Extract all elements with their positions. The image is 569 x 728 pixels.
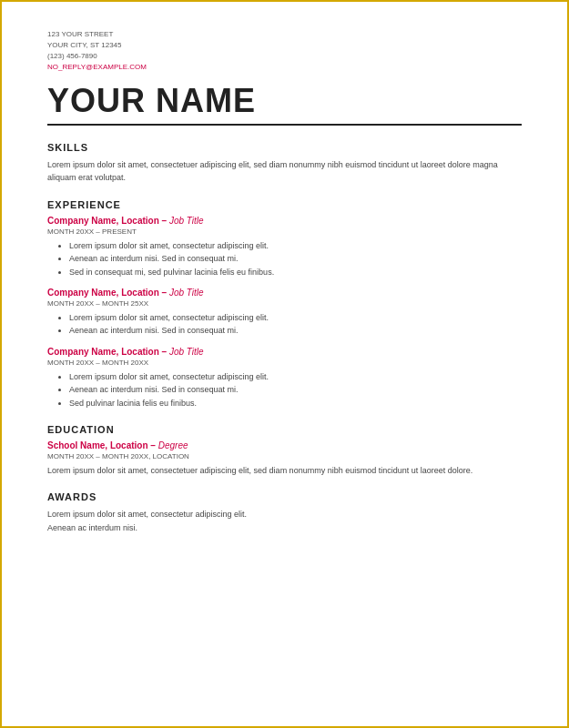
- company-2: Company Name, Location – Job Title: [47, 288, 522, 298]
- bullet-3-1: Lorem ipsum dolor sit amet, consectetur …: [69, 370, 522, 383]
- company-3: Company Name, Location – Job Title: [47, 347, 522, 357]
- job-title-2: Job Title: [169, 288, 204, 298]
- contact-phone: (123) 456-7890: [47, 51, 522, 62]
- job-dates-3: MONTH 20XX – MONTH 20XX: [47, 359, 522, 367]
- school-entry: School Name, Location – Degree: [47, 440, 522, 450]
- job-entry-2: Company Name, Location – Job Title MONTH…: [47, 288, 522, 338]
- edu-body: Lorem ipsum dolor sit amet, consectetuer…: [47, 464, 522, 477]
- awards-line1: Lorem ipsum dolor sit amet, consectetur …: [47, 508, 522, 521]
- job-title-1: Job Title: [169, 216, 204, 226]
- education-section: EDUCATION School Name, Location – Degree…: [47, 424, 522, 477]
- skills-body: Lorem ipsum dolor sit amet, consectetuer…: [47, 158, 522, 185]
- contact-email: NO_REPLY@EXAMPLE.COM: [47, 62, 522, 73]
- experience-section: EXPERIENCE Company Name, Location – Job …: [47, 199, 522, 410]
- bullet-2-1: Lorem ipsum dolor sit amet, consectetur …: [69, 311, 522, 324]
- job-dates-1: MONTH 20XX – PRESENT: [47, 228, 522, 236]
- awards-line2: Aenean ac interdum nisi.: [47, 521, 522, 534]
- name-divider: [47, 124, 522, 126]
- job-bullets-2: Lorem ipsum dolor sit amet, consectetur …: [69, 311, 522, 338]
- bullet-1-2: Aenean ac interdum nisi. Sed in consequa…: [69, 252, 522, 265]
- job-bullets-3: Lorem ipsum dolor sit amet, consectetur …: [69, 370, 522, 410]
- bullet-3-2: Aenean ac interdum nisi. Sed in consequa…: [69, 383, 522, 396]
- bullet-2-2: Aenean ac interdum nisi. Sed in consequa…: [69, 324, 522, 337]
- job-title-3: Job Title: [169, 347, 204, 357]
- education-title: EDUCATION: [47, 424, 522, 435]
- contact-info: 123 YOUR STREET YOUR CITY, ST 12345 (123…: [47, 29, 522, 73]
- bullet-1-3: Sed in consequat mi, sed pulvinar lacini…: [69, 266, 522, 278]
- skills-title: SKILLS: [47, 142, 522, 153]
- edu-dash: –: [148, 440, 158, 450]
- experience-title: EXPERIENCE: [47, 199, 522, 210]
- awards-title: AWARDS: [47, 491, 522, 502]
- company-name-3: Company Name, Location: [47, 347, 159, 357]
- resume-name: YOUR NAME: [47, 82, 522, 120]
- job-dates-2: MONTH 20XX – MONTH 25XX: [47, 299, 522, 308]
- resume-page: 123 YOUR STREET YOUR CITY, ST 12345 (123…: [0, 0, 569, 728]
- degree: Degree: [158, 440, 188, 450]
- company-1: Company Name, Location – Job Title: [47, 216, 522, 226]
- bullet-1-1: Lorem ipsum dolor sit amet, consectetur …: [69, 239, 522, 252]
- awards-section: AWARDS Lorem ipsum dolor sit amet, conse…: [47, 491, 522, 534]
- job-entry-3: Company Name, Location – Job Title MONTH…: [47, 347, 522, 410]
- skills-section: SKILLS Lorem ipsum dolor sit amet, conse…: [47, 142, 522, 185]
- bullet-3-3: Sed pulvinar lacinia felis eu finibus.: [69, 397, 522, 410]
- job-bullets-1: Lorem ipsum dolor sit amet, consectetur …: [69, 239, 522, 278]
- edu-dates: MONTH 20XX – MONTH 20XX, LOCATION: [47, 452, 522, 460]
- company-name-1: Company Name, Location: [47, 216, 159, 226]
- dash-3: –: [159, 347, 169, 357]
- company-name-2: Company Name, Location: [47, 288, 159, 298]
- contact-street: 123 YOUR STREET: [47, 29, 522, 40]
- school-name: School Name, Location: [47, 440, 148, 450]
- dash-2: –: [159, 288, 169, 298]
- dash-1: –: [159, 216, 169, 226]
- job-entry-1: Company Name, Location – Job Title MONTH…: [47, 216, 522, 278]
- contact-citystate: YOUR CITY, ST 12345: [47, 40, 522, 51]
